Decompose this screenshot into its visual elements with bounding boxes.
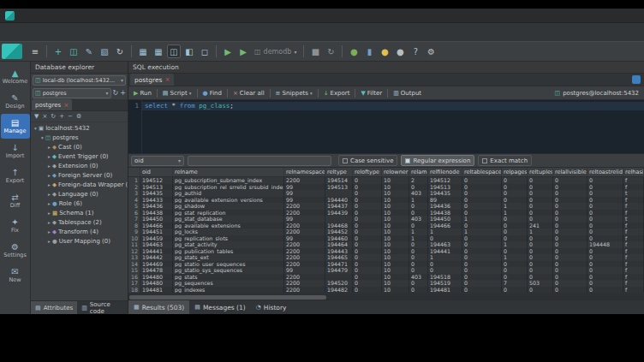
column-header-reltype[interactable]: reltype — [325, 168, 353, 176]
expander-icon[interactable]: ▸ — [46, 154, 52, 159]
tree-item-transform-4[interactable]: ▸◆Transform (4) — [31, 227, 128, 236]
nav-new[interactable]: ✉New — [1, 263, 30, 288]
sql-editor[interactable]: 1 select * from pg_class; — [128, 100, 644, 154]
output-button[interactable]: ▥Output — [391, 87, 424, 98]
tree-item-language-0[interactable]: ▸◆Language (0) — [31, 189, 128, 199]
nav-export[interactable]: ↑Export — [1, 163, 30, 188]
table-row[interactable]: 4194433pg_available_extension_versions99… — [128, 197, 644, 204]
expander-icon[interactable]: ▸ — [46, 201, 52, 206]
refresh-connection-icon[interactable]: ↻ — [113, 89, 119, 97]
table-row[interactable]: 12194441pg_publication_tables22001944430… — [128, 248, 644, 255]
find-button[interactable]: ●Find — [200, 87, 224, 98]
column-header-relam[interactable]: relam — [409, 168, 428, 176]
nav-welcome[interactable]: ▲Welcome — [1, 64, 30, 89]
tree-item-cast-0[interactable]: ▸◆Cast (0) — [31, 142, 128, 151]
edit-connection-icon[interactable]: ✎ — [82, 45, 96, 58]
tab-source-code[interactable]: ▥Source code — [77, 301, 128, 314]
tree-item-extension-0[interactable]: ▸◆Extension (0) — [31, 161, 128, 170]
table-row[interactable]: 5194436pg_shadow220019443701001944360100… — [128, 203, 644, 210]
window-layout-icon[interactable]: ◻ — [198, 45, 212, 58]
run-button[interactable]: ▶Run — [131, 87, 154, 98]
column-header-relowner[interactable]: relowner — [382, 168, 409, 176]
report-icon[interactable]: ▮ — [362, 45, 376, 58]
expander-icon[interactable]: ▸ — [46, 239, 52, 244]
nav-fix[interactable]: ✦Fix — [1, 213, 30, 238]
nav-design[interactable]: ✎Design — [1, 89, 30, 114]
table-row[interactable]: 1194512pg_subscription_subname_index2200… — [128, 177, 644, 184]
close-icon[interactable]: × — [63, 102, 69, 109]
table-row[interactable]: 2194513pg_subscription_rel_srrelid_srsub… — [128, 184, 644, 191]
table-row[interactable]: 17194480pg_sequences22001945200100194519… — [128, 280, 644, 287]
filter-button[interactable]: ▼Filter — [358, 87, 385, 98]
expander-icon[interactable]: ▸ — [46, 229, 52, 234]
script-button[interactable]: ▤Script▾ — [160, 87, 194, 98]
collapse-all-icon[interactable]: − — [68, 113, 73, 120]
sql-tab-postgres[interactable]: postgres × — [130, 74, 174, 86]
table-row[interactable]: 10194459pg_replication_slots991944600101… — [128, 235, 644, 242]
table-row[interactable]: 11194463pg_stat_activity2200194464010019… — [128, 241, 644, 248]
table-row[interactable]: 3194435pg_authid9901040319443500000t — [128, 190, 644, 197]
nav-manage[interactable]: ▤Manage — [1, 114, 30, 139]
tree-item-user-mapping-0[interactable]: ▸●User Mapping (0) — [31, 236, 128, 246]
expander-icon[interactable]: ▾ — [33, 126, 39, 131]
help-icon[interactable]: ? — [408, 45, 422, 58]
filter-icon[interactable]: ▼ — [34, 113, 39, 120]
menu-icon[interactable]: ≡ — [28, 45, 42, 58]
snippets-button[interactable]: ≡Snippets▾ — [273, 87, 315, 98]
tab-messages[interactable]: ▤Messages (1) — [189, 300, 250, 314]
expander-icon[interactable]: ▸ — [46, 192, 52, 197]
tree-settings-icon[interactable]: ⚙ — [76, 113, 81, 120]
nav-diff[interactable]: ⇄Diff — [1, 188, 30, 213]
add-connection-icon[interactable]: + — [120, 89, 126, 97]
column-header-reloftype[interactable]: reloftype — [353, 168, 382, 176]
expander-icon[interactable]: ▾ — [39, 135, 45, 140]
column-header-relnamespace[interactable]: relnamespace — [284, 168, 325, 176]
toggle-regular-expression[interactable]: Regular expression — [401, 155, 474, 166]
sync-icon[interactable]: ↻ — [324, 45, 337, 58]
code-area[interactable]: select * from pg_class; — [142, 100, 644, 153]
table-row[interactable]: 14194469pg_statio_user_sequences22001944… — [128, 261, 644, 268]
split-view-icon[interactable]: ◧ — [182, 45, 196, 58]
explorer-tab-postgres[interactable]: postgres × — [32, 99, 72, 110]
expand-all-icon[interactable]: + — [59, 113, 64, 120]
column-header-relpages[interactable]: relpages — [502, 168, 528, 176]
server-select[interactable]: ◫ local-db (localhost:5432... ▾ — [33, 75, 126, 86]
expander-icon[interactable]: ▸ — [46, 163, 52, 169]
column-header-oid[interactable]: oid — [140, 168, 173, 176]
toggle-exact-match[interactable]: Exact match — [478, 155, 532, 166]
nav-settings[interactable]: ⚙Settings — [1, 238, 30, 263]
table-row[interactable]: 13194442pg_stats_ext22001944650100101000… — [128, 254, 644, 261]
expander-icon[interactable]: ▸ — [46, 182, 52, 187]
clear-filter-icon[interactable]: × — [42, 113, 47, 120]
table-row[interactable]: 9194451pg_locks22001944520101110100f — [128, 228, 644, 235]
form-view-icon[interactable]: ◫ — [167, 45, 181, 58]
tab-attributes[interactable]: ▤Attributes — [31, 301, 77, 314]
filter-column-select[interactable]: oid ▾ — [131, 156, 184, 166]
tree-item-postgres[interactable]: ▾◫postgres — [31, 133, 128, 142]
expander-icon[interactable]: ▸ — [46, 173, 52, 178]
panel-maximize-icon[interactable] — [632, 75, 641, 84]
tree-item-localhost-5432[interactable]: ▾▣localhost:5432 — [31, 123, 128, 133]
column-header-relhasin[interactable]: relhasin — [623, 168, 644, 176]
run-script-icon[interactable]: ▶ — [236, 45, 250, 58]
user-icon[interactable]: ● — [393, 45, 407, 58]
close-icon[interactable]: × — [164, 76, 170, 83]
column-header-reltablespace[interactable]: reltablespace — [462, 168, 502, 176]
refresh-icon[interactable]: ↻ — [113, 45, 127, 58]
column-header-reltoastrelid[interactable]: reltoastrelid — [587, 168, 623, 176]
export-button[interactable]: ↓Export — [321, 87, 353, 98]
feedback-icon[interactable]: ● — [378, 45, 391, 58]
table-row[interactable]: 15194478pg_statio_sys_sequences991944790… — [128, 267, 644, 274]
tab-history[interactable]: ◔History — [251, 300, 292, 314]
expander-icon[interactable]: ▸ — [46, 211, 52, 216]
table-row[interactable]: 8194466pg_available_extensions2200194468… — [128, 223, 644, 229]
gear-icon[interactable]: ⚙ — [424, 45, 438, 58]
scrollbar-thumb[interactable] — [129, 295, 326, 300]
table-view-icon[interactable]: ▦ — [136, 45, 150, 58]
grid-view-icon[interactable]: ▦ — [152, 45, 165, 58]
column-header-relfilenode[interactable]: relfilenode — [428, 168, 462, 176]
run-icon[interactable]: ▶ — [221, 45, 235, 58]
column-header-relname[interactable]: relname — [173, 168, 284, 176]
tree-item-foreign-server-0[interactable]: ▸◆Foreign Server (0) — [31, 170, 128, 180]
connection-indicator[interactable]: ◫postgres@localhost:5432 — [555, 90, 641, 97]
